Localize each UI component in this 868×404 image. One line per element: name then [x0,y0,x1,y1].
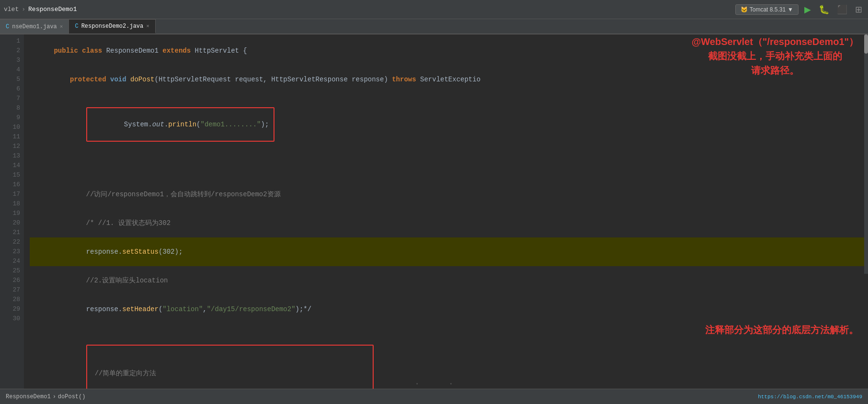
status-bar: ResponseDemo1 › doPost() https://blog.cs… [0,389,868,404]
tab-icon-1: C [6,23,9,30]
scrollbar[interactable] [864,34,868,274]
run-button[interactable]: ▶ [802,3,813,16]
scrollbar-thumb[interactable] [864,34,868,54]
line-numbers: 1 2 3 4 5 6 7 8 9 10 11 12 13 14 15 16 1… [0,34,24,389]
code-line-sysout-wrapper: System.out.println("demo1........"); [30,98,868,151]
toolbar: vlet › ResponseDemo1 🐱 Tomcat 8.5.31 ▼ ▶… [0,0,868,19]
annotation-top-line3: 请求路径。 [692,63,858,78]
code-line-setheader: response.setHeader("location","/day15/re… [30,295,868,324]
status-method: doPost() [58,393,86,400]
debug-button[interactable]: 🐛 [817,3,831,16]
chevron-down-icon: ▼ [788,6,793,13]
tomcat-icon: 🐱 [741,6,748,13]
tomcat-label: Tomcat 8.5.31 [750,6,786,13]
code-line-comment-block-start: /* //1. 设置状态码为302 [30,209,868,237]
tab-icon-2: C [75,23,78,30]
code-line-empty3 [30,170,868,180]
tomcat-selector[interactable]: 🐱 Tomcat 8.5.31 ▼ [735,4,799,15]
stop-button[interactable]: ⬛ [835,3,849,16]
tab-close-2[interactable]: × [146,23,149,29]
status-breadcrumb: ResponseDemo1 › doPost() [6,393,85,400]
breadcrumb-class: ResponseDemo1 [28,6,77,13]
toolbar-actions: 🐱 Tomcat 8.5.31 ▼ ▶ 🐛 ⬛ ⊞ [735,3,864,16]
code-line-comment2: //2.设置响应头location [30,266,868,295]
breadcrumb-vlet: vlet [4,6,19,13]
code-line-comment-chinese: //访问/responseDemo1，会自动跳转到/responseDemo2资… [30,180,868,209]
annotation-top-line2: 截图没截上，手动补充类上面的 [692,49,858,63]
tab-label-1: nseDemo1.java [12,23,57,30]
toolbar-breadcrumb: vlet › ResponseDemo1 [4,6,77,13]
status-sep: › [53,393,56,400]
scroll-dot-1: · [414,379,420,389]
tab-bar: C nseDemo1.java × C ResponseDemo2.java × [0,19,868,34]
code-line-empty1 [30,151,868,161]
tab-responsedemo2[interactable]: C ResponseDemo2.java × [69,19,155,34]
grid-button[interactable]: ⊞ [853,3,864,16]
status-url: https://blog.csdn.net/m0_46153949 [758,394,862,400]
code-line-empty2 [30,161,868,170]
annotation-top: @WebServlet（"/responseDemo1"） 截图没截上，手动补充… [692,34,858,78]
scroll-dots: · · [414,379,454,389]
annotation-top-line1: @WebServlet（"/responseDemo1"） [692,34,858,49]
annotation-bottom-text: 注释部分为这部分的底层方法解析。 [705,325,858,335]
status-class: ResponseDemo1 [6,393,51,400]
tab-close-1[interactable]: × [60,24,63,30]
code-line-setstatus: response.setStatus(302); [30,237,868,266]
tab-responsedemo1[interactable]: C nseDemo1.java × [0,19,69,34]
scroll-dot-2: · [448,379,454,389]
tab-label-2: ResponseDemo2.java [81,23,144,30]
annotation-bottom: 注释部分为这部分的底层方法解析。 [705,323,858,337]
